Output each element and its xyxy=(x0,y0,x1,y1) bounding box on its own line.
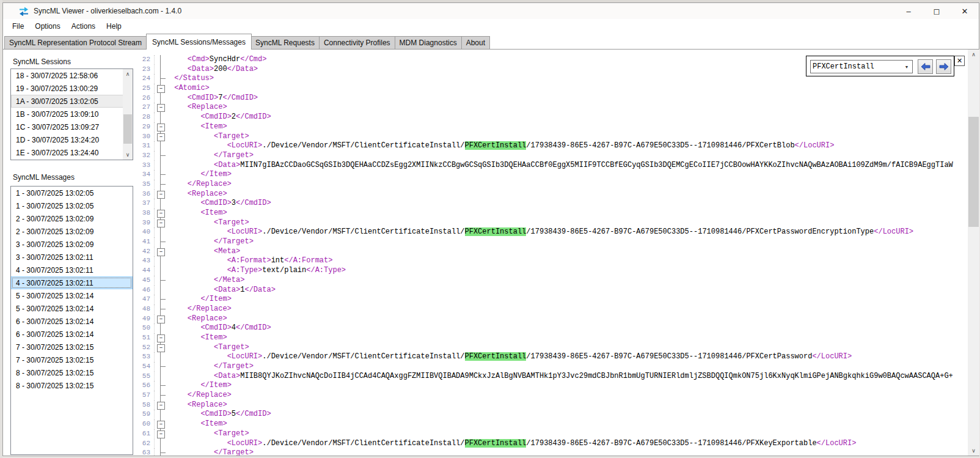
message-list-item[interactable]: 8 - 30/07/2025 13:02:15 xyxy=(11,379,133,392)
combo-dropdown-icon[interactable]: ▼ xyxy=(902,65,912,69)
xml-tag: <Replace> xyxy=(188,401,227,409)
code-line: 34 </Item> xyxy=(136,170,968,180)
tab-syncml-representation-protocol-stream[interactable]: SyncML Representation Protocol Stream xyxy=(4,36,147,50)
fold-toggle[interactable] xyxy=(155,314,167,324)
menu-item-file[interactable]: File xyxy=(7,20,29,32)
session-list-item[interactable]: 1C - 30/07/2025 13:09:27 xyxy=(11,120,133,133)
message-list-item[interactable]: 4 - 30/07/2025 13:02:11 xyxy=(11,276,133,289)
message-list-item[interactable]: 4 - 30/07/2025 13:02:11 xyxy=(11,264,133,276)
close-button[interactable]: ✕ xyxy=(951,3,979,19)
maximize-button[interactable]: ◻ xyxy=(923,3,951,19)
find-previous-button[interactable] xyxy=(918,59,933,74)
fold-toggle[interactable] xyxy=(155,247,167,257)
fold-toggle[interactable] xyxy=(155,103,167,113)
session-list-item[interactable]: 1E - 30/07/2025 13:24:40 xyxy=(11,146,133,159)
fold-guide xyxy=(155,74,167,84)
message-list-item[interactable]: 2 - 30/07/2025 13:02:09 xyxy=(11,225,133,238)
code-line: 60 <Item> xyxy=(136,419,968,429)
session-list-item[interactable]: 1D - 30/07/2025 13:24:20 xyxy=(11,133,133,146)
line-number: 45 xyxy=(136,276,155,286)
menu-item-actions[interactable]: Actions xyxy=(66,20,101,32)
menu-bar: FileOptionsActionsHelp xyxy=(3,19,979,34)
fold-toggle[interactable] xyxy=(155,209,167,218)
code-line: 42 <Meta> xyxy=(136,247,968,257)
message-list-item[interactable]: 3 - 30/07/2025 13:02:09 xyxy=(11,238,133,251)
arrow-right-icon xyxy=(939,63,949,70)
fold-toggle[interactable] xyxy=(155,429,167,439)
code-text: </Target> xyxy=(167,362,968,372)
session-list-item[interactable]: 19 - 30/07/2025 13:00:29 xyxy=(11,82,133,95)
scroll-up-icon[interactable]: ∧ xyxy=(123,69,133,79)
message-list-item[interactable]: 8 - 30/07/2025 13:02:15 xyxy=(11,366,133,379)
menu-item-options[interactable]: Options xyxy=(29,20,65,32)
fold-guide xyxy=(155,94,167,103)
find-next-button[interactable] xyxy=(936,59,951,74)
message-list-item[interactable]: 5 - 30/07/2025 13:02:14 xyxy=(11,289,133,302)
xml-tag: <LocURI> xyxy=(227,227,263,236)
code-line: 51 <Item> xyxy=(136,333,968,343)
fold-toggle[interactable] xyxy=(155,333,167,343)
xml-tag: </Item> xyxy=(200,170,231,179)
code-text: <Target> xyxy=(167,218,968,228)
tab-syncml-requests[interactable]: SyncML Requests xyxy=(251,36,320,50)
message-list-item[interactable]: 6 - 30/07/2025 13:02:14 xyxy=(11,328,133,341)
code-text: <LocURI>./Device/Vendor/MSFT/ClientCerti… xyxy=(167,352,968,362)
search-input[interactable] xyxy=(813,61,902,72)
scroll-up-icon[interactable]: ∧ xyxy=(968,50,979,59)
minimize-button[interactable]: – xyxy=(894,3,923,19)
tab-about[interactable]: About xyxy=(462,36,490,50)
fold-toggle[interactable] xyxy=(155,190,167,199)
fold-toggle[interactable] xyxy=(155,218,167,228)
line-number: 48 xyxy=(136,305,155,314)
message-list-item[interactable]: 7 - 30/07/2025 13:02:15 xyxy=(11,341,133,353)
message-list-item[interactable]: 1 - 30/07/2025 13:02:05 xyxy=(11,187,133,199)
scrollbar-thumb[interactable] xyxy=(123,114,132,144)
code-line: 26 <CmdID>7</CmdID> xyxy=(136,94,968,103)
tab-mdm-diagnostics[interactable]: MDM Diagnostics xyxy=(395,36,462,50)
message-list-item[interactable]: 7 - 30/07/2025 13:02:15 xyxy=(11,353,133,366)
message-list-item[interactable]: 2 - 30/07/2025 13:02:09 xyxy=(11,212,133,225)
code-line: 47 </Item> xyxy=(136,295,968,305)
message-list-item[interactable]: 6 - 30/07/2025 13:02:14 xyxy=(11,315,133,328)
syncml-code-editor[interactable]: 22 <Cmd>SyncHdr</Cmd>23 <Data>200</Data>… xyxy=(136,50,979,456)
scrollbar-thumb[interactable] xyxy=(968,117,979,227)
tab-syncml-sessions-messages[interactable]: SyncML Sessions/Messages xyxy=(146,34,252,50)
fold-toggle[interactable] xyxy=(155,84,167,94)
fold-guide xyxy=(155,113,167,122)
code-text: <Target> xyxy=(167,429,968,439)
session-list-item[interactable]: 1B - 30/07/2025 13:09:10 xyxy=(11,108,133,120)
fold-toggle[interactable] xyxy=(155,419,167,429)
code-text: </Target> xyxy=(167,151,968,161)
code-text: <LocURI>./Device/Vendor/MSFT/ClientCerti… xyxy=(167,439,968,449)
code-text: <Data>MIIN7gIBAzCCDaoGCSqGSIb3DQEHAaCCDZ… xyxy=(167,161,968,171)
fold-toggle[interactable] xyxy=(155,401,167,410)
find-close-button[interactable]: ✕ xyxy=(954,56,965,66)
scroll-down-icon[interactable]: ∨ xyxy=(968,446,979,456)
messages-listbox: 1 - 30/07/2025 13:02:051 - 30/07/2025 13… xyxy=(10,186,133,455)
scroll-down-icon[interactable]: ∨ xyxy=(123,150,133,160)
message-list-item[interactable]: 5 - 30/07/2025 13:02:14 xyxy=(11,302,133,315)
editor-scrollbar[interactable]: ∧ ∨ xyxy=(968,50,979,456)
menu-item-help[interactable]: Help xyxy=(101,20,127,32)
xml-tag: <LocURI> xyxy=(227,141,263,150)
code-text: <Item> xyxy=(167,333,968,343)
xml-tag: <Item> xyxy=(200,209,227,217)
code-text: <Item> xyxy=(167,122,968,132)
fold-guide xyxy=(155,286,167,295)
fold-toggle[interactable] xyxy=(155,132,167,142)
fold-guide xyxy=(155,237,167,247)
sessions-scrollbar[interactable]: ∧ ∨ xyxy=(123,69,133,160)
code-line: 41 </Target> xyxy=(136,237,968,247)
fold-toggle[interactable] xyxy=(155,343,167,353)
session-list-item[interactable]: 18 - 30/07/2025 12:58:06 xyxy=(11,69,133,82)
fold-guide xyxy=(155,276,167,286)
code-text: <A:Format>int</A:Format> xyxy=(167,256,968,266)
app-window: SyncML Viewer - oliverkieselbach.com - 1… xyxy=(2,2,979,456)
tab-connectivity-profiles[interactable]: Connectivity Profiles xyxy=(320,36,395,50)
xml-tag: </A:Format> xyxy=(284,256,332,265)
session-list-item[interactable]: 1A - 30/07/2025 13:02:05 xyxy=(11,95,133,108)
fold-toggle[interactable] xyxy=(155,122,167,132)
line-number: 59 xyxy=(136,410,155,419)
message-list-item[interactable]: 3 - 30/07/2025 13:02:11 xyxy=(11,251,133,264)
message-list-item[interactable]: 1 - 30/07/2025 13:02:05 xyxy=(11,199,133,212)
